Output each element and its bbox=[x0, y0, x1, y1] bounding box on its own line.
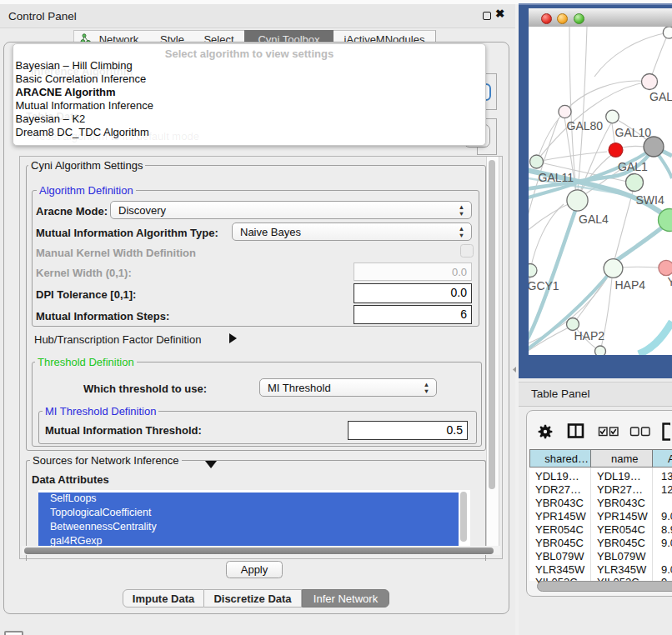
svg-text:GAL7: GAL7 bbox=[649, 90, 672, 103]
svg-text:SWI4: SWI4 bbox=[636, 193, 664, 207]
svg-text:HAP4: HAP4 bbox=[615, 278, 646, 292]
svg-text:GAL1: GAL1 bbox=[618, 160, 648, 173]
svg-text:GAL4: GAL4 bbox=[579, 212, 609, 226]
svg-text:GAL10: GAL10 bbox=[615, 126, 652, 139]
svg-text:GAL80: GAL80 bbox=[567, 119, 604, 132]
svg-text:GAL11: GAL11 bbox=[539, 171, 574, 184]
svg-text:HAP2: HAP2 bbox=[574, 329, 605, 342]
svg-text:GCY1: GCY1 bbox=[529, 279, 559, 292]
svg-text:Y: Y bbox=[668, 275, 672, 288]
